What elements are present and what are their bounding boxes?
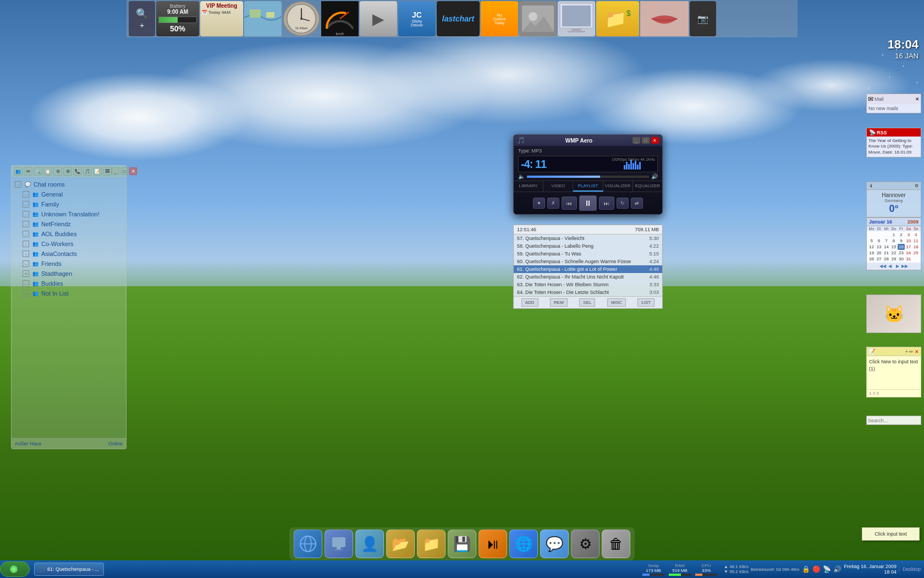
chat-group-family[interactable]: - 👥 Family xyxy=(12,199,126,209)
pl-track-61[interactable]: 61. Quetschenpaua - Lotte got a Lot of P… xyxy=(514,265,662,273)
cal-prev-btn[interactable]: ◀◀ xyxy=(879,264,886,269)
dock-network[interactable] xyxy=(294,530,322,558)
cal-cell[interactable]: 7 xyxy=(883,238,890,244)
email-close[interactable]: ✕ xyxy=(915,96,920,102)
chat-group-friends[interactable]: - 👥 Friends xyxy=(12,259,126,269)
start-button[interactable] xyxy=(0,561,30,577)
chat-status-online[interactable]: Online xyxy=(108,441,123,446)
pl-track-63[interactable]: 63. Die Toten Hosen - Wir Bleiben Stumm … xyxy=(514,281,662,288)
cal-cell[interactable]: 23 xyxy=(898,250,905,256)
wmp-close-btn[interactable]: ✕ xyxy=(651,137,659,144)
chat-tool-8[interactable]: 🎵 xyxy=(83,167,92,176)
notes-close-btn[interactable]: ✕ xyxy=(915,349,919,355)
task-quetschenpaua[interactable]: 🎵 61: Quetschenpaua - ... xyxy=(34,563,104,576)
chat-group-coworkers[interactable]: - 👥 Co-Workers xyxy=(12,239,126,249)
photo1-widget[interactable] xyxy=(519,1,557,36)
ctrl-dislike[interactable]: ✗ xyxy=(547,198,559,209)
battery-widget[interactable]: Battery 9:00 AM 50% xyxy=(156,1,199,36)
jc-sticky-widget[interactable]: JC Sticky Deluxe xyxy=(398,1,436,36)
cal-cell[interactable]: 5 xyxy=(868,238,875,244)
dock-trash[interactable]: 🗑 xyxy=(602,530,630,558)
ctrl-repeat[interactable]: ↻ xyxy=(617,198,629,209)
cal-cell[interactable]: 31 xyxy=(905,256,912,262)
cal-cell[interactable]: 11 xyxy=(912,238,920,244)
cal-cell[interactable]: 29 xyxy=(890,256,897,262)
chat-group-stadthagen[interactable]: + 👥 Stadthagen xyxy=(12,269,126,279)
tray-network[interactable]: 📡 xyxy=(822,565,831,573)
cal-cell[interactable]: 24 xyxy=(905,250,912,256)
chat-tool-1[interactable]: 👥 xyxy=(14,167,23,176)
cal-cell[interactable]: 15 xyxy=(890,244,897,250)
pl-track-62[interactable]: 62. Quetschenpaua - Ihr Macht Uns Nicht … xyxy=(514,273,662,281)
cal-cell[interactable]: 20 xyxy=(875,250,882,256)
cal-cell[interactable]: 21 xyxy=(883,250,890,256)
cal-cell[interactable]: 26 xyxy=(868,256,875,262)
dock-user[interactable]: 👤 xyxy=(355,530,384,558)
chat-group-chatrooms[interactable]: - 💬 Chat rooms xyxy=(12,179,126,189)
cal-cell[interactable]: 3 xyxy=(905,232,912,238)
folder-widget[interactable]: 📁 $ xyxy=(596,1,639,36)
chat-minimize-btn[interactable]: _ xyxy=(112,167,119,175)
cal-cell[interactable]: 2 xyxy=(898,232,905,238)
ctrl-play-pause[interactable]: ⏸ xyxy=(579,195,597,211)
dock-browser[interactable]: 🌐 xyxy=(509,530,538,558)
cal-cell[interactable]: 13 xyxy=(875,244,882,250)
chat-tool-7[interactable]: 📞 xyxy=(73,167,82,176)
dock-folder2[interactable]: 📁 xyxy=(417,530,446,558)
chat-tool-6[interactable]: ♻ xyxy=(63,167,72,176)
chat-status-away[interactable]: Außer Haus xyxy=(15,441,41,446)
cal-cell[interactable]: 10 xyxy=(905,238,912,244)
click-input-widget[interactable]: Click input text xyxy=(862,527,920,541)
dock-player[interactable]: ⏯ xyxy=(479,530,507,558)
search-widget[interactable]: 🔍 xyxy=(866,416,921,425)
cal-cell[interactable]: 22 xyxy=(890,250,897,256)
tab-equalizer[interactable]: EQUALIZER xyxy=(633,181,662,192)
pl-sel-btn[interactable]: SEL xyxy=(579,298,595,307)
cal-cell[interactable]: 28 xyxy=(883,256,890,262)
chat-group-netfriendz[interactable]: - 👥 NetFriendz xyxy=(12,219,126,229)
cal-cell[interactable]: 19 xyxy=(868,250,875,256)
outlook-widget[interactable]: My Outlook Today xyxy=(481,1,518,36)
tray-lock[interactable]: 🔒 xyxy=(801,565,810,573)
dock-folder1[interactable]: 📂 xyxy=(386,530,415,558)
chat-group-aol[interactable]: - 👥 AOL Buddies xyxy=(12,229,126,239)
cal-next-btn[interactable]: ▶▶ xyxy=(901,264,908,269)
pl-track-64[interactable]: 64. Die Toten Hosen - Die Letzte Schlach… xyxy=(514,288,662,296)
cal-cell[interactable]: 27 xyxy=(875,256,882,262)
pl-add-btn[interactable]: ADD xyxy=(521,298,538,307)
cal-cell[interactable]: 30 xyxy=(898,256,905,262)
chat-close-btn[interactable]: ✕ xyxy=(129,167,137,175)
notes-edit-btn[interactable]: ✏ xyxy=(909,349,914,355)
cal-cell[interactable]: 25 xyxy=(912,250,920,256)
cal-cell[interactable]: 1 xyxy=(890,232,897,238)
cal-cell[interactable]: 6 xyxy=(875,238,882,244)
speedometer-widget[interactable]: km/h xyxy=(321,1,359,36)
magnifier-widget[interactable]: 🔍 + xyxy=(129,1,155,36)
cal-cell[interactable]: 4 xyxy=(912,232,920,238)
wmp-maximize-btn[interactable]: □ xyxy=(642,137,650,144)
pl-track-59[interactable]: 59. Quetschenpaua - Tu Was 5:15 xyxy=(514,250,662,258)
ctrl-like[interactable]: ♥ xyxy=(533,198,545,209)
chat-tool-10[interactable]: 🖼 xyxy=(103,167,112,176)
chat-tool-3[interactable]: 🔍 xyxy=(34,167,42,176)
cal-cell[interactable]: 18 xyxy=(912,244,920,250)
camera-widget[interactable]: 📷 xyxy=(690,1,716,36)
chat-group-notinlist[interactable]: - 👥 Not In List xyxy=(12,288,126,298)
search-input[interactable] xyxy=(868,418,924,423)
monitor-widget[interactable] xyxy=(558,1,595,36)
pl-track-60[interactable]: 60. Quetschenpaua - Schnelle Augen Warme… xyxy=(514,258,662,265)
cal-cell[interactable]: 17 xyxy=(905,244,912,250)
tab-visualizer[interactable]: VISUALIZER xyxy=(603,181,633,192)
pl-rem-btn[interactable]: REM xyxy=(550,298,568,307)
dock-messenger[interactable]: 💬 xyxy=(540,530,569,558)
notes-new-btn[interactable]: + xyxy=(905,349,908,355)
chat-tool-9[interactable]: 📝 xyxy=(93,167,102,176)
cal-cell-today[interactable]: 16 xyxy=(898,244,905,250)
cal-cell[interactable]: 14 xyxy=(883,244,890,250)
chat-tool-2[interactable]: ✉ xyxy=(24,167,32,176)
dock-computer[interactable] xyxy=(324,530,353,558)
chat-tool-5[interactable]: ⚙ xyxy=(53,167,62,176)
chat-tool-4[interactable]: 📋 xyxy=(43,167,52,176)
chat-group-unknown[interactable]: - 👥 Unknown Translation! xyxy=(12,209,126,219)
chat-maximize-btn[interactable]: □ xyxy=(120,167,128,175)
